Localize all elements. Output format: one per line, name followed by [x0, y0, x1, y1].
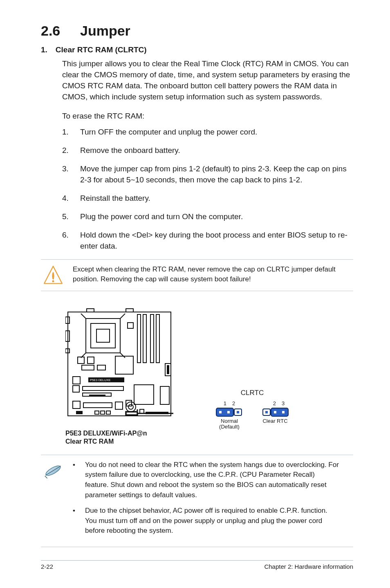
svg-rect-3 — [87, 309, 94, 312]
svg-rect-51 — [237, 411, 239, 413]
step-number: 1. — [62, 127, 70, 138]
svg-rect-22 — [167, 365, 169, 374]
svg-rect-19 — [97, 365, 105, 370]
svg-rect-14 — [156, 314, 159, 363]
svg-rect-26 — [83, 386, 123, 391]
svg-point-41 — [137, 409, 138, 411]
pin-label: 2 — [232, 400, 235, 406]
svg-rect-11 — [137, 314, 141, 363]
svg-rect-53 — [265, 411, 268, 413]
svg-rect-13 — [150, 314, 154, 363]
svg-rect-32 — [83, 403, 112, 408]
step-text: Reinstall the battery. — [80, 193, 150, 204]
motherboard-icon: P5E3 DELUXE — [65, 303, 173, 425]
section-number: 2.6 — [41, 23, 80, 39]
note-item: •Due to the chipset behavior, AC power o… — [73, 506, 340, 536]
item-heading: 1. Clear RTC RAM (CLRTC) — [41, 45, 353, 54]
svg-rect-28 — [89, 395, 105, 396]
svg-rect-48 — [219, 411, 222, 413]
intro-paragraph: This jumper allows you to clear the Real… — [62, 58, 353, 103]
board-label: P5E3 DELUXE — [90, 378, 110, 382]
svg-rect-24 — [73, 377, 80, 384]
step-number: 2. — [62, 145, 70, 156]
svg-rect-36 — [101, 411, 105, 414]
caption-line-2: Clear RTC RAM — [65, 438, 114, 445]
step-item: 3.Move the jumper cap from pins 1-2 (def… — [62, 164, 353, 186]
svg-rect-49 — [227, 411, 230, 413]
section-title: Jumper — [80, 23, 130, 38]
jumper-normal: 12 Normal (Default) — [216, 400, 243, 430]
svg-point-40 — [128, 404, 133, 409]
board-diagram: P5E3 DELUXE — [65, 303, 173, 446]
step-item: 1.Turn OFF the computer and unplug the p… — [62, 127, 353, 138]
caption-line-1: P5E3 DELUXE/WiFi-AP@n — [65, 430, 147, 437]
steps-list: 1.Turn OFF the computer and unplug the p… — [62, 127, 353, 252]
svg-rect-34 — [76, 411, 83, 414]
svg-rect-12 — [143, 314, 146, 363]
svg-rect-20 — [115, 356, 133, 374]
step-number: 6. — [62, 230, 70, 252]
svg-rect-18 — [82, 365, 94, 370]
step-text: Turn OFF the computer and unplug the pow… — [80, 127, 257, 138]
svg-rect-29 — [134, 385, 154, 404]
note-callout: •You do not need to clear the RTC when t… — [41, 455, 353, 547]
svg-rect-15 — [128, 323, 133, 328]
note-text: Due to the chipset behavior, AC power of… — [85, 506, 340, 536]
pin-label: 2 — [273, 400, 276, 406]
caution-icon — [43, 265, 64, 286]
svg-rect-4 — [126, 309, 133, 312]
jumper-title: CLRTC — [216, 389, 289, 397]
svg-point-1 — [52, 272, 54, 280]
jumper-label: Clear RTC — [262, 418, 287, 424]
jumper-pins-icon — [216, 408, 243, 417]
jumper-label: Normal — [221, 418, 238, 424]
svg-rect-56 — [282, 411, 285, 413]
note-text: You do not need to clear the RTC when th… — [85, 460, 340, 500]
svg-rect-17 — [87, 357, 94, 364]
svg-rect-55 — [274, 411, 276, 413]
diagram: P5E3 DELUXE — [41, 303, 353, 446]
bullet-icon: • — [73, 460, 76, 500]
jumper-detail: CLRTC 12 Normal (Default) — [216, 389, 289, 430]
erase-line: To erase the RTC RAM: — [62, 111, 353, 122]
diagram-caption: P5E3 DELUXE/WiFi-AP@n Clear RTC RAM — [65, 429, 173, 446]
step-item: 6.Hold down the <Del> key during the boo… — [62, 230, 353, 252]
caution-text: Except when clearing the RTC RAM, never … — [73, 265, 340, 285]
step-text: Hold down the <Del> key during the boot … — [80, 230, 353, 252]
note-item: •You do not need to clear the RTC when t… — [73, 460, 340, 500]
step-text: Remove the onboard battery. — [80, 145, 180, 156]
pin-label: 1 — [224, 400, 226, 406]
svg-point-39 — [126, 402, 136, 412]
pin-label: 3 — [282, 400, 285, 406]
note-icon — [43, 460, 64, 481]
svg-rect-33 — [115, 402, 123, 409]
page: 2.6Jumper 1. Clear RTC RAM (CLRTC) This … — [0, 0, 390, 588]
step-number: 3. — [62, 164, 70, 186]
page-footer: 2-22 Chapter 2: Hardware information — [41, 560, 353, 570]
jumper-pins-icon — [262, 408, 289, 417]
chapter-label: Chapter 2: Hardware information — [264, 563, 353, 570]
body: This jumper allows you to clear the Real… — [41, 58, 353, 252]
svg-rect-35 — [95, 411, 99, 414]
section-heading: 2.6Jumper — [41, 23, 353, 39]
item-title: Clear RTC RAM (CLRTC) — [56, 45, 147, 54]
svg-rect-54 — [271, 408, 288, 416]
step-number: 5. — [62, 211, 70, 222]
svg-rect-10 — [96, 329, 110, 342]
step-item: 2.Remove the onboard battery. — [62, 145, 353, 156]
step-text: Move the jumper cap from pins 1-2 (defau… — [80, 164, 353, 186]
svg-rect-37 — [106, 411, 110, 414]
svg-rect-47 — [216, 408, 233, 416]
svg-rect-25 — [73, 386, 79, 392]
page-number: 2-22 — [41, 563, 53, 570]
svg-rect-16 — [78, 357, 84, 364]
step-text: Plug the power cord and turn ON the comp… — [80, 211, 243, 222]
svg-rect-30 — [160, 386, 169, 404]
jumper-sublabel: (Default) — [219, 424, 240, 430]
item-number: 1. — [41, 45, 47, 54]
step-item: 4.Reinstall the battery. — [62, 193, 353, 204]
svg-point-2 — [52, 280, 54, 282]
jumper-clear: 23 Clear RTC — [262, 400, 289, 430]
caution-callout: Except when clearing the RTC RAM, never … — [41, 259, 353, 291]
svg-rect-31 — [73, 401, 80, 408]
